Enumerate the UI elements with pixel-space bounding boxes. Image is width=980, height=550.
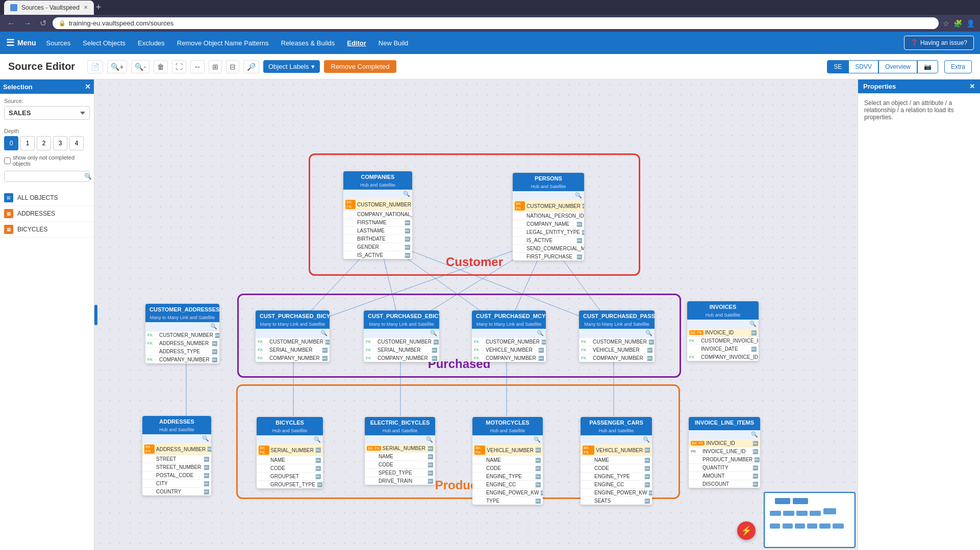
table-persons[interactable]: PERSONS Hub and Satellite 🔍 BK PKCUSTOME… <box>513 173 584 260</box>
table-row[interactable]: FKCUSTOMER_NUMBER🔤 <box>472 337 546 346</box>
nav-releases-builds[interactable]: Releases & Builds <box>279 37 337 49</box>
depth-btn-2[interactable]: 2 <box>37 136 51 150</box>
table-row[interactable]: FKCOMPANY_NUMBER🔤 <box>472 354 546 362</box>
hierarchy-button[interactable]: ⊟ <box>226 60 239 73</box>
nav-editor[interactable]: Editor <box>345 37 368 49</box>
tab-se[interactable]: SE <box>827 60 848 73</box>
bookmark-star-icon[interactable]: ☆ <box>943 19 949 28</box>
table-invoice-line-items[interactable]: INVOICE_LINE_ITEMS 🔍 BK FKINVOICE_ID🔤 PK… <box>689 417 760 488</box>
new-document-button[interactable]: 📄 <box>87 60 103 73</box>
table-row[interactable]: GENDER🔤 <box>343 243 412 251</box>
pcar-search-input[interactable] <box>583 437 642 442</box>
table-row[interactable]: IS_ACTIVE🔤 <box>513 236 584 244</box>
table-row[interactable]: FKCUSTOMER_NUMBER🔤 <box>579 337 655 346</box>
zoom-in-button[interactable]: 🔍+ <box>107 60 127 73</box>
table-row[interactable]: CODE🔤 <box>365 460 435 468</box>
having-issue-button[interactable]: ❓ Having an issue? <box>904 36 974 50</box>
table-customer-addresses[interactable]: CUSTOMER_ADDRESSES Many to Many Link and… <box>145 304 219 363</box>
caddr-search-input[interactable] <box>147 324 209 329</box>
table-row[interactable]: PKINVOICE_LINE_ID🔤 <box>689 447 760 455</box>
sidebar-close-icon[interactable]: ✕ <box>85 83 91 91</box>
fab-button[interactable]: ⚡ <box>737 521 756 540</box>
depth-btn-3[interactable]: 3 <box>53 136 67 150</box>
nav-excludes[interactable]: Excludes <box>136 37 167 49</box>
table-row[interactable]: ADDRESS_TYPE🔤 <box>145 347 219 355</box>
nav-new-build[interactable]: New Build <box>376 37 411 49</box>
table-row[interactable]: DRIVE_TRAIN🔤 <box>365 477 435 485</box>
table-row[interactable]: CODE🔤 <box>257 464 323 472</box>
table-row[interactable]: BIRTHDATE🔤 <box>343 234 412 243</box>
ili-search[interactable]: 🔍 <box>689 430 760 439</box>
forward-button[interactable]: → <box>21 18 34 29</box>
table-row[interactable]: COUNTRY🔤 <box>142 487 211 495</box>
table-row[interactable]: COMPANY_NAME🔤 <box>513 220 584 228</box>
cpm-search-input[interactable] <box>474 330 536 336</box>
companies-search-input[interactable] <box>345 191 402 197</box>
table-row[interactable]: NAME🔤 <box>472 456 543 464</box>
close-tab-icon[interactable]: ✕ <box>84 5 88 10</box>
table-row[interactable]: POSTAL_CODE🔤 <box>142 471 211 479</box>
persons-search[interactable]: 🔍 <box>513 191 584 200</box>
table-cust-purchased-bicycle[interactable]: CUST_PURCHASED_BICYCLE Many to Many Link… <box>256 310 330 362</box>
table-row[interactable]: IS_ACTIVE🔤 <box>343 251 412 259</box>
back-button[interactable]: ← <box>5 18 17 29</box>
ebicy-search[interactable]: 🔍 <box>365 435 435 444</box>
tab-sdvv[interactable]: SDVV <box>848 60 878 73</box>
table-bicycles[interactable]: BICYCLES Hub and Satellite 🔍 BK PKSERIAL… <box>257 417 323 488</box>
table-cust-purchased-passcar[interactable]: CUST_PURCHASED_PASSCAR Many to Many Link… <box>579 310 655 362</box>
extensions-icon[interactable]: 🧩 <box>953 19 962 28</box>
table-row[interactable]: LASTNAME🔤 <box>343 226 412 234</box>
table-row[interactable]: CITY🔤 <box>142 479 211 487</box>
nav-select-objects[interactable]: Select Objects <box>81 37 128 49</box>
table-row[interactable]: NAME🔤 <box>581 456 652 464</box>
search-input[interactable] <box>8 173 84 180</box>
cpb-search[interactable]: 🔍 <box>256 329 330 337</box>
tab-extra[interactable]: Extra <box>944 60 972 73</box>
table-row[interactable]: QUANTITY🔤 <box>689 463 760 472</box>
table-row[interactable]: BK PKVEHICLE_NUMBER🔤 <box>581 444 652 456</box>
persons-search-input[interactable] <box>515 193 574 198</box>
table-row[interactable]: FKCOMPANY_INVOICE_ID🔤 <box>687 353 759 361</box>
depth-btn-1[interactable]: 1 <box>20 136 35 150</box>
table-row[interactable]: BK PKSERIAL_NUMBER🔤 <box>365 444 435 452</box>
table-row[interactable]: NAME🔤 <box>257 456 323 464</box>
table-row[interactable]: FKCOMPANY_NUMBER🔤 <box>364 354 439 362</box>
cpm-search[interactable]: 🔍 <box>472 329 546 337</box>
table-row[interactable]: FKCUSTOMER_NUMBER🔤 <box>364 337 439 346</box>
scroll-indicator[interactable] <box>94 305 97 325</box>
table-row[interactable]: CODE🔤 <box>581 464 652 472</box>
table-row[interactable]: FKCUSTOMER_NUMBER🔤 <box>256 337 330 346</box>
canvas-area[interactable]: Customer Purchased Product COMPANIES Hub… <box>94 80 858 550</box>
table-passenger-cars[interactable]: PASSENGER_CARS Hub and Satellite 🔍 BK PK… <box>581 417 652 505</box>
table-row[interactable]: COMPANY_NATIONAL_ID🔤 <box>343 210 412 218</box>
table-row[interactable]: ENGINE_CC🔤 <box>581 480 652 488</box>
invoices-search[interactable]: 🔍 <box>687 320 759 328</box>
table-cust-purchased-mcycle[interactable]: CUST_PURCHASED_MCYCLE Many to Many Link … <box>472 310 546 362</box>
table-row[interactable]: ENGINE_POWER_KW🔤 <box>581 488 652 496</box>
table-row[interactable]: SEATS🔤 <box>581 496 652 505</box>
move-button[interactable]: ↔ <box>190 60 205 73</box>
addr-search[interactable]: 🔍 <box>142 434 211 443</box>
table-row[interactable]: BK PKCUSTOMER_NUMBER🔤 <box>343 198 412 210</box>
table-row[interactable]: ENGINE_TYPE🔤 <box>581 472 652 480</box>
table-row[interactable]: FKVEHICLE_NUMBER🔤 <box>579 346 655 354</box>
table-row[interactable]: LEGAL_ENTITY_TYPE🔤 <box>513 228 584 236</box>
menu-button[interactable]: ☰ Menu <box>6 37 36 48</box>
moto-search[interactable]: 🔍 <box>472 435 543 444</box>
table-row[interactable]: INVOICE_DATE🔤 <box>687 345 759 353</box>
table-row[interactable]: FKSERIAL_NUMBER🔤 <box>256 346 330 354</box>
minimap[interactable] <box>764 492 856 548</box>
completed-checkbox[interactable] <box>4 158 11 164</box>
table-row[interactable]: STREET🔤 <box>142 455 211 463</box>
table-row[interactable]: TYPE🔤 <box>472 496 543 505</box>
table-addresses-bottom[interactable]: ADDRESSES Hub and Satellite 🔍 BK PKADDRE… <box>142 416 211 495</box>
table-row[interactable]: FKADDRESS_NUMBER🔤 <box>145 339 219 347</box>
search-button[interactable]: 🔎 <box>243 60 259 73</box>
active-tab[interactable]: Sources - Vaultspeed ✕ <box>4 1 94 15</box>
depth-btn-4[interactable]: 4 <box>69 136 84 150</box>
bicy-search[interactable]: 🔍 <box>257 435 323 444</box>
table-row[interactable]: GROUPSET_TYPE🔤 <box>257 480 323 488</box>
moto-search-input[interactable] <box>474 437 533 442</box>
table-row[interactable]: NAME🔤 <box>365 452 435 460</box>
table-row[interactable]: ENGINE_CC🔤 <box>472 480 543 488</box>
